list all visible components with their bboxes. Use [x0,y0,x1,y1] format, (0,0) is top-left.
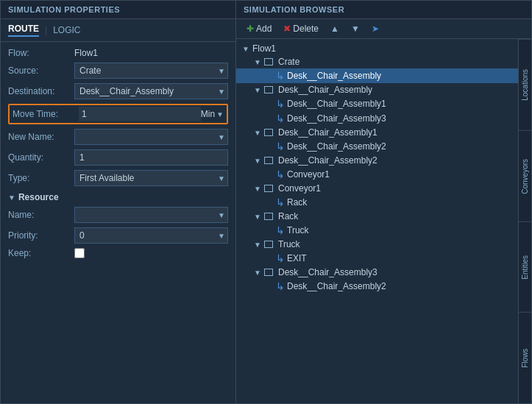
tree-node-truck[interactable]: ▼ Truck [236,238,518,251]
add-button[interactable]: ✚ Add [242,22,276,35]
box-icon [264,240,276,249]
down-button[interactable]: ▼ [347,22,364,35]
move-time-chevron-icon[interactable]: ▼ [216,110,224,118]
side-label-conveyors[interactable]: Conveyors [519,130,531,222]
tree-node-flow1[interactable]: ▼ Flow1 [236,42,518,55]
delete-button[interactable]: ✖ Delete [279,22,323,35]
left-panel-title: SIMULATION PROPERTIES [1,1,235,19]
tree-label: Desk__Chair_Assembly1 [278,127,377,138]
resource-name-select[interactable] [74,207,228,223]
destination-select[interactable]: Desk__Chair_Assembly [74,83,228,99]
keep-checkbox[interactable] [74,248,85,258]
side-label-flows[interactable]: Flows [519,312,531,403]
side-label-entities[interactable]: Entities [519,222,531,313]
add-label: Add [256,24,272,34]
tree-label: Desk__Chair_Assembly [287,71,381,81]
new-name-select[interactable] [74,129,228,145]
flow-value: Flow1 [74,48,98,58]
move-time-unit: Min ▼ [201,109,224,119]
collapse-icon: ▼ [242,45,252,53]
tab-route[interactable]: ROUTE [8,24,39,37]
priority-select[interactable]: 0 [74,227,228,244]
tree-with-labels: ▼ Flow1 ▼ Crate ↳ Desk__Chair_Assembly [236,39,531,403]
box-icon [264,268,276,277]
tree-node-dca2[interactable]: ▼ Desk__Chair_Assembly2 [236,154,518,167]
tree-node-truck-child[interactable]: ↳ Truck [236,223,518,238]
box-icon [264,184,276,193]
priority-select-wrapper: 0 ▼ [74,227,228,244]
forward-arrow-icon: ➤ [372,24,379,34]
resource-section-title: Resource [18,192,59,202]
collapse-icon: ▼ [254,241,264,249]
flow-label: Flow: [8,48,74,58]
tab-divider: | [45,25,47,35]
resource-collapse-icon[interactable]: ▼ [8,194,15,202]
tabs-row: ROUTE | LOGIC [1,19,235,42]
resource-name-label: Name: [8,210,74,220]
child-arrow-icon: ↳ [276,70,285,82]
collapse-icon: ▼ [254,269,264,277]
right-panel: SIMULATION BROWSER ✚ Add ✖ Delete ▲ ▼ ➤ [236,1,531,403]
side-labels: Locations Conveyors Entities Flows [518,39,531,403]
delete-icon: ✖ [283,24,291,34]
priority-row: Priority: 0 ▼ [8,227,228,244]
tree-node-conveyor1-child[interactable]: ↳ Conveyor1 [236,167,518,182]
collapse-icon: ▼ [254,185,264,193]
source-select-wrapper: Crate ▼ [74,63,228,79]
up-button[interactable]: ▲ [326,22,344,35]
tree-label: Truck [287,225,309,235]
source-row: Source: Crate ▼ [8,63,228,79]
box-icon [264,85,276,94]
child-arrow-icon: ↳ [276,280,285,292]
tree-node-conveyor1[interactable]: ▼ Conveyor1 [236,182,518,195]
tree-node-desk-chair-selected[interactable]: ↳ Desk__Chair_Assembly [236,68,518,83]
resource-name-row: Name: ▼ [8,207,228,223]
destination-select-wrapper: Desk__Chair_Assembly ▼ [74,83,228,99]
tree-node-rack-child[interactable]: ↳ Rack [236,195,518,210]
keep-label: Keep: [8,248,74,258]
right-panel-title: SIMULATION BROWSER [236,1,531,19]
collapse-icon: ▼ [254,86,264,94]
tree-node-exit-child[interactable]: ↳ EXIT [236,251,518,266]
tree-label: Desk__Chair_Assembly3 [278,267,377,277]
new-name-row: New Name: ▼ [8,129,228,145]
move-time-input[interactable] [79,107,201,121]
tree-label: Desk__Chair_Assembly1 [287,99,386,109]
child-arrow-icon: ↳ [276,196,285,208]
tree-label: Truck [278,239,300,249]
child-arrow-icon: ↳ [276,141,285,152]
quantity-row: Quantity: [8,149,228,166]
forward-button[interactable]: ➤ [367,22,383,35]
tree-node-dca3[interactable]: ▼ Desk__Chair_Assembly3 [236,266,518,279]
tree-node-rack[interactable]: ▼ Rack [236,210,518,223]
tree-label: Desk__Chair_Assembly [278,85,372,95]
box-icon [264,57,276,66]
quantity-input[interactable] [74,149,228,166]
tree-node-dca3-child[interactable]: ↳ Desk__Chair_Assembly3 [236,111,518,126]
form-area: Flow: Flow1 Source: Crate ▼ Destination: [1,42,235,403]
tree-node-dca1-child[interactable]: ↳ Desk__Chair_Assembly1 [236,96,518,111]
child-arrow-icon: ↳ [276,98,285,110]
tree-label: Desk__Chair_Assembly3 [287,113,386,124]
tree-label: Conveyor1 [287,169,330,180]
tree-node-dca2-child2[interactable]: ↳ Desk__Chair_Assembly2 [236,279,518,294]
type-row: Type: First Available Round Robin Random… [8,170,228,186]
tree-node-desk-chair-parent[interactable]: ▼ Desk__Chair_Assembly [236,83,518,96]
tree-node-dca2-child[interactable]: ↳ Desk__Chair_Assembly2 [236,139,518,154]
tree-label: Rack [287,197,307,208]
tree-node-dca1[interactable]: ▼ Desk__Chair_Assembly1 [236,126,518,139]
toolbar: ✚ Add ✖ Delete ▲ ▼ ➤ [236,19,531,39]
priority-label: Priority: [8,230,74,241]
tree-node-crate[interactable]: ▼ Crate [236,55,518,68]
type-select[interactable]: First Available Round Robin Random [74,170,228,186]
source-select[interactable]: Crate [74,63,228,79]
side-label-locations[interactable]: Locations [519,39,531,130]
collapse-icon: ▼ [254,213,264,221]
move-time-unit-label: Min [201,109,215,119]
left-panel: SIMULATION PROPERTIES ROUTE | LOGIC Flow… [1,1,236,403]
child-arrow-icon: ↳ [276,224,285,236]
tree-label: Desk__Chair_Assembly2 [278,155,377,166]
add-icon: ✚ [247,24,254,34]
tab-logic[interactable]: LOGIC [53,25,80,35]
type-select-wrapper: First Available Round Robin Random ▼ [74,170,228,186]
